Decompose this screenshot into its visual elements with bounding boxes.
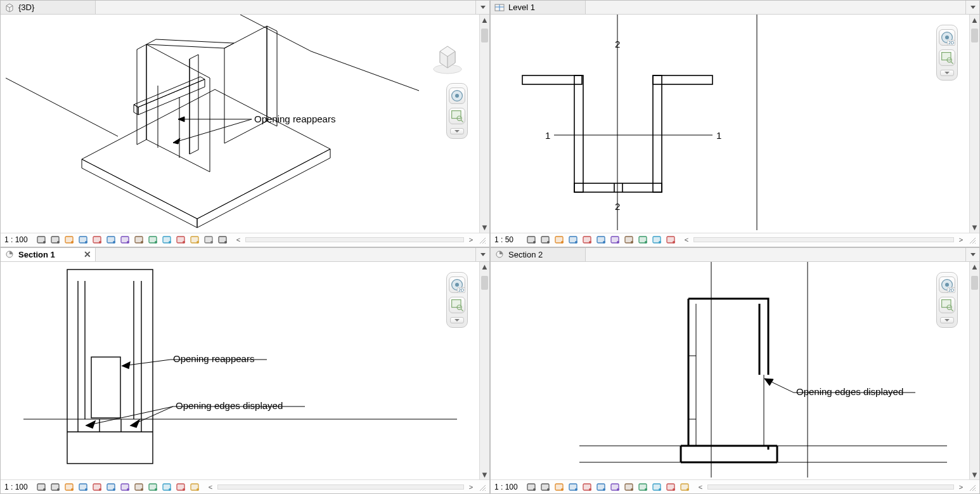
reveal-hidden-icon[interactable] [176,235,187,245]
svg-point-93 [617,241,619,244]
tab-menu-button[interactable] [965,1,979,14]
render-icon[interactable] [92,235,103,245]
crop-region-icon[interactable] [596,482,607,492]
svg-point-35 [43,241,46,244]
canvas-3d[interactable]: Opening reappears [1,15,479,233]
crop-region-icon[interactable] [120,235,131,245]
model-graphics-icon[interactable] [50,482,61,492]
svg-point-97 [645,241,647,244]
sun-path-icon[interactable] [554,235,565,245]
lightbulb-icon[interactable] [624,482,635,492]
worksharing-icon[interactable] [162,482,173,492]
tab-section1[interactable]: Section 1 ✕ [1,248,96,261]
svg-point-99 [659,241,661,244]
sun-path-icon[interactable] [64,482,75,492]
lightbulb-icon[interactable] [134,482,145,492]
crop-region-icon[interactable] [596,235,607,245]
svg-point-51 [155,241,157,244]
svg-point-135 [85,488,87,491]
visual-style-icon[interactable] [36,482,48,492]
tab-menu-button[interactable] [965,248,979,261]
close-icon[interactable]: ✕ [84,250,91,259]
lightbulb-icon[interactable] [162,235,173,245]
lightbulb-icon[interactable] [624,235,635,245]
resize-grip[interactable] [968,236,976,244]
constraints-icon[interactable] [176,482,187,492]
canvas-level1[interactable]: 2D [491,15,969,233]
visual-style-icon[interactable] [36,235,48,245]
scale-value[interactable]: 1 : 100 [4,235,34,244]
crop-view-icon[interactable] [92,482,103,492]
constraints-icon[interactable] [203,235,215,245]
vertical-scrollbar[interactable]: ▲▼ [479,15,489,233]
svg-point-129 [43,488,46,491]
temporary-hide-icon[interactable] [120,482,131,492]
scale-value[interactable]: 1 : 50 [494,235,524,244]
resize-grip[interactable] [478,236,486,244]
crop-boundary-icon[interactable] [680,482,691,492]
shadows-icon[interactable] [568,482,579,492]
model-graphics-icon[interactable] [50,235,61,245]
svg-point-145 [155,488,157,491]
reveal-hidden-icon[interactable] [148,482,159,492]
shadows-icon[interactable] [78,482,89,492]
svg-point-89 [589,241,591,244]
horizontal-scrollbar[interactable]: <> [682,236,965,244]
tab-level1-label: Level 1 [508,3,535,12]
worksharing-icon[interactable] [652,482,663,492]
vertical-scrollbar[interactable]: ▲▼ [969,262,979,480]
tab-menu-button[interactable] [475,1,489,14]
worksharing-icon[interactable] [190,235,201,245]
crop-view-icon[interactable] [106,235,117,245]
tab-menu-button[interactable] [475,248,489,261]
horizontal-scrollbar[interactable]: <> [206,483,475,491]
vertical-scrollbar[interactable]: ▲▼ [479,262,489,480]
shadows-icon[interactable] [78,235,89,245]
crop-region-icon[interactable] [106,482,117,492]
sun-path-icon[interactable] [554,482,565,492]
visual-style-icon[interactable] [526,482,538,492]
svg-marker-17 [197,149,330,228]
visual-style-icon[interactable] [526,235,538,245]
annotation-opening-edges: Opening edges displayed [176,400,283,411]
svg-point-176 [547,488,550,491]
resize-grip[interactable] [478,483,486,491]
svg-point-87 [575,241,577,244]
svg-point-49 [141,241,143,244]
annotation-opening-reappears: Opening reappears [254,114,335,124]
temporary-hide-icon[interactable] [610,482,621,492]
lock-3d-icon[interactable] [134,235,145,245]
model-graphics-icon[interactable] [540,235,551,245]
crop-boundary-icon[interactable] [190,482,201,492]
crop-boundary-icon[interactable] [666,235,677,245]
tab-3d-label: {3D} [18,3,34,12]
horizontal-scrollbar[interactable]: <> [234,236,475,244]
resize-grip[interactable] [968,483,976,491]
sun-path-icon[interactable] [64,235,75,245]
scale-value[interactable]: 1 : 100 [4,483,34,491]
temporary-hide-icon[interactable] [148,235,159,245]
reveal-hidden-icon[interactable] [638,482,649,492]
tab-spacer [586,248,965,261]
crop-view-icon[interactable] [582,482,593,492]
drawing-section2 [491,262,970,478]
tab-3d[interactable]: {3D} [1,1,96,14]
temporary-hide-icon[interactable] [610,235,621,245]
worksharing-icon[interactable] [652,235,663,245]
crop-boundary-icon[interactable] [217,235,229,245]
drawing-3d [1,15,480,230]
scale-value[interactable]: 1 : 100 [494,483,524,491]
shadows-icon[interactable] [568,235,579,245]
canvas-section2[interactable]: 2D [491,262,969,480]
tab-section2[interactable]: Section 2 [491,248,586,261]
constraints-icon[interactable] [666,482,677,492]
canvas-section1[interactable]: 2D [1,262,479,480]
tab-level1[interactable]: Level 1 [491,1,586,14]
horizontal-scrollbar[interactable]: <> [696,483,965,491]
model-graphics-icon[interactable] [540,482,551,492]
crop-view-icon[interactable] [582,235,593,245]
reveal-hidden-icon[interactable] [638,235,649,245]
vertical-scrollbar[interactable]: ▲▼ [969,15,979,233]
view-control-bar-section2: 1 : 100 <> [491,479,979,493]
svg-point-83 [547,241,550,244]
